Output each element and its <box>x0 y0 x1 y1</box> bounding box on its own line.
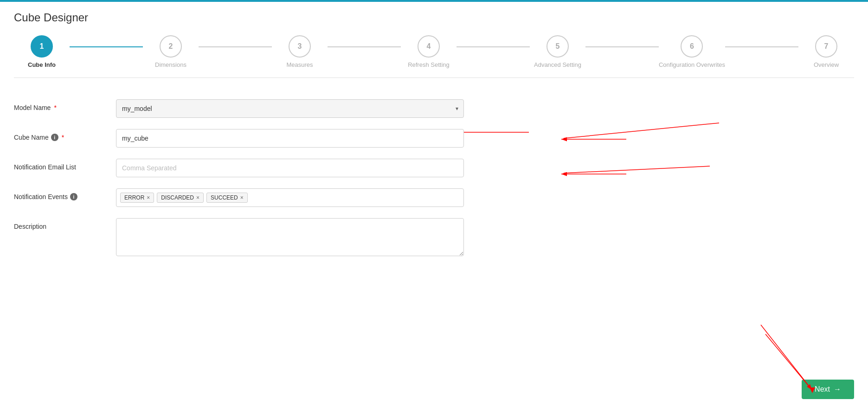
notification-events-row: Notification Events i ERROR × DISCARDED … <box>14 188 571 207</box>
tag-error: ERROR × <box>120 193 154 203</box>
page-title: Cube Designer <box>14 11 854 24</box>
cube-name-control <box>116 129 464 148</box>
cube-name-info-icon[interactable]: i <box>51 134 58 141</box>
step-6-wrapper[interactable]: 6 Configuration Overwrites <box>659 35 725 68</box>
tag-error-remove[interactable]: × <box>147 195 150 200</box>
description-label: Description <box>14 218 116 230</box>
description-row: Description <box>14 218 571 258</box>
step-4-label: Refresh Setting <box>408 61 450 68</box>
cube-name-row: Cube Name i * <box>14 129 571 148</box>
connector-5-6 <box>585 46 659 47</box>
step-5-wrapper[interactable]: 5 Advanced Setting <box>530 35 585 68</box>
model-name-label: Model Name * <box>14 99 116 111</box>
step-7-label: Overview <box>814 61 839 68</box>
step-5-label: Advanced Setting <box>534 61 581 68</box>
step-2-wrapper[interactable]: 2 Dimensions <box>143 35 199 68</box>
step-6-label: Configuration Overwrites <box>659 61 725 68</box>
step-4-wrapper[interactable]: 4 Refresh Setting <box>401 35 457 68</box>
step-1-wrapper[interactable]: 1 Cube Info <box>14 35 70 68</box>
description-textarea[interactable] <box>116 218 464 256</box>
connector-3-4 <box>328 46 401 47</box>
form-container: Model Name * my_model ▾ Cube Name <box>14 95 571 273</box>
tag-discarded-remove[interactable]: × <box>196 195 199 200</box>
step-1-circle[interactable]: 1 <box>31 35 53 58</box>
model-name-select[interactable]: my_model <box>116 99 464 118</box>
model-name-select-wrapper: my_model ▾ <box>116 99 464 118</box>
cube-name-input[interactable] <box>116 129 464 148</box>
notification-email-input[interactable] <box>116 159 464 177</box>
step-4-circle[interactable]: 4 <box>418 35 440 58</box>
connector-2-3 <box>199 46 272 47</box>
notification-events-label: Notification Events i <box>14 188 116 200</box>
step-3-circle[interactable]: 3 <box>289 35 311 58</box>
step-5-circle[interactable]: 5 <box>547 35 569 58</box>
step-6-circle[interactable]: 6 <box>681 35 703 58</box>
description-control <box>116 218 464 258</box>
model-name-row: Model Name * my_model ▾ <box>14 99 571 118</box>
connector-1-2 <box>70 46 143 47</box>
cube-name-required: * <box>62 134 64 141</box>
tag-discarded: DISCARDED × <box>157 193 204 203</box>
step-3-wrapper[interactable]: 3 Measures <box>272 35 328 68</box>
model-name-control: my_model ▾ <box>116 99 464 118</box>
connector-6-7 <box>725 46 798 47</box>
notification-events-control: ERROR × DISCARDED × SUCCEED × <box>116 188 464 207</box>
notification-events-info-icon[interactable]: i <box>70 193 77 200</box>
step-2-circle[interactable]: 2 <box>160 35 182 58</box>
tag-succeed: SUCCEED × <box>206 193 248 203</box>
stepper: 1 Cube Info 2 Dimensions 3 Measures 4 <box>14 35 854 78</box>
notification-email-control <box>116 159 464 177</box>
step-7-wrapper[interactable]: 7 Overview <box>798 35 854 68</box>
tag-succeed-remove[interactable]: × <box>240 195 244 200</box>
model-name-required: * <box>54 104 56 111</box>
connector-4-5 <box>457 46 530 47</box>
cube-name-label: Cube Name i * <box>14 129 116 141</box>
notification-email-row: Notification Email List <box>14 159 571 177</box>
step-2-label: Dimensions <box>155 61 186 68</box>
step-3-label: Measures <box>286 61 313 68</box>
notification-email-label: Notification Email List <box>14 159 116 171</box>
step-7-circle[interactable]: 7 <box>815 35 837 58</box>
step-1-label: Cube Info <box>28 61 56 68</box>
notification-events-tags[interactable]: ERROR × DISCARDED × SUCCEED × <box>116 188 464 207</box>
